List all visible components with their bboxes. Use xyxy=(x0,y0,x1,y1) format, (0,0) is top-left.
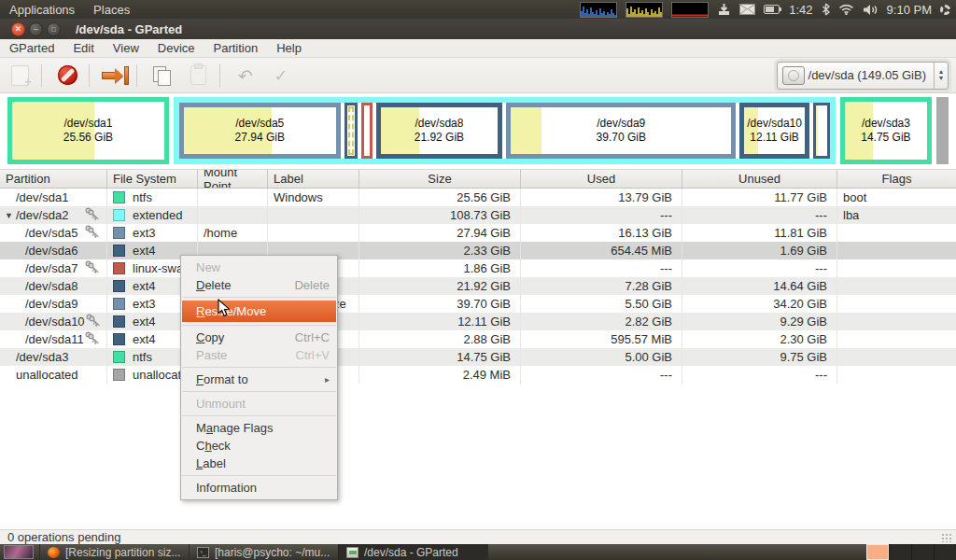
unused-cell: 2.30 GiB xyxy=(682,330,837,348)
spinner-arrows-icon[interactable]: ▴▾ xyxy=(934,63,948,89)
column-header-mount-point[interactable]: Mount Point xyxy=(198,170,268,188)
memory-graph[interactable] xyxy=(626,2,663,18)
menu-item-format-to[interactable]: Format to▸ xyxy=(181,371,337,388)
size-cell: 2.33 GiB xyxy=(359,242,521,259)
copy-button[interactable] xyxy=(147,62,178,90)
flags-cell xyxy=(837,277,956,295)
table-row-devsda6[interactable]: /dev/sda6ext42.33 GiB654.45 MiB1.69 GiB xyxy=(0,242,956,259)
column-header-used[interactable]: Used xyxy=(521,170,682,188)
bar-segment-/dev/sda6[interactable] xyxy=(344,103,358,159)
document-new-icon: + xyxy=(11,65,29,86)
gparted-icon xyxy=(346,547,358,558)
delete-partition-button[interactable] xyxy=(51,62,83,90)
bar-segment-/dev/sda11[interactable] xyxy=(813,103,830,159)
flags-cell xyxy=(837,224,956,242)
table-row-devsda10[interactable]: /dev/sda10ext412.11 GiB2.82 GiB9.29 GiB xyxy=(0,313,956,330)
resize-grip[interactable] xyxy=(941,533,952,542)
device-selector[interactable]: /dev/sda (149.05 GiB) ▴▾ xyxy=(777,62,949,90)
menu-item-label: Check xyxy=(196,439,231,453)
bar-segment-/dev/sda7[interactable] xyxy=(361,103,373,159)
menu-item-check[interactable]: Check xyxy=(181,437,337,455)
workspace-cell-3[interactable] xyxy=(911,544,934,560)
bar-segment-/dev/sda3[interactable]: /dev/sda314.75 GiB xyxy=(840,97,932,164)
filesystem-color-swatch xyxy=(113,298,125,310)
menubar-item-gparted[interactable]: GParted xyxy=(0,39,63,57)
show-desktop-thumbnail[interactable] xyxy=(4,545,34,559)
workspace-cell-1[interactable] xyxy=(866,544,889,560)
session-gear-icon[interactable] xyxy=(940,5,950,15)
column-header-unused[interactable]: Unused xyxy=(682,170,837,188)
disk-graph[interactable] xyxy=(671,2,709,18)
menu-item-paste: PasteCtrl+V xyxy=(181,346,337,364)
filesystem-name: ext4 xyxy=(133,279,156,293)
bar-segment-/dev/sda1[interactable]: /dev/sda125.56 GiB xyxy=(7,97,169,164)
taskbar-task[interactable]: ›_[haris@psycho: ~/mu... xyxy=(189,544,338,560)
clock[interactable]: 9:10 PM xyxy=(887,3,932,17)
column-header-partition[interactable]: Partition xyxy=(0,170,107,188)
menu-item-label[interactable]: Label xyxy=(181,455,337,472)
minimize-button[interactable]: – xyxy=(29,22,43,36)
menubar-item-view[interactable]: View xyxy=(104,39,148,57)
cpu-graph[interactable] xyxy=(580,2,617,18)
table-row-devsda1[interactable]: /dev/sda1ntfsWindows25.56 GiB13.79 GiB11… xyxy=(0,189,956,206)
menu-item-copy[interactable]: CopyCtrl+C xyxy=(181,329,337,346)
update-tray-icon[interactable] xyxy=(717,4,731,16)
menu-item-manage-flags[interactable]: Manage Flags xyxy=(181,419,337,437)
keys-locked-icon xyxy=(84,331,101,348)
bar-segment-/dev/sda10[interactable]: /dev/sda1012.11 GiB xyxy=(739,103,809,159)
menu-item-label: Information xyxy=(196,481,257,495)
partition-name: /dev/sda6 xyxy=(16,244,101,258)
mail-icon[interactable] xyxy=(739,4,755,15)
bar-segment-extended[interactable]: /dev/sda527.94 GiB/dev/sda821.92 GiB/dev… xyxy=(174,97,836,164)
menubar-item-device[interactable]: Device xyxy=(148,39,204,57)
expander-icon[interactable]: ▼ xyxy=(5,211,16,220)
table-row-devsda11[interactable]: /dev/sda11ext42.88 GiB595.57 MiB2.30 GiB xyxy=(0,330,956,348)
toolbar-separator xyxy=(219,64,220,87)
filesystem-cell: ext3 xyxy=(107,224,198,242)
titlebar[interactable]: ✕ – □ /dev/sda - GParted xyxy=(0,19,956,39)
table-row-devsda7[interactable]: /dev/sda7linux-swap1.86 GiB------ xyxy=(0,259,956,277)
wifi-icon[interactable] xyxy=(838,4,854,15)
bar-segment-unallocated[interactable] xyxy=(936,97,949,164)
column-header-size[interactable]: Size xyxy=(359,170,521,188)
menu-item-shortcut: Ctrl+V xyxy=(296,348,330,362)
menu-item-information[interactable]: Information xyxy=(181,479,337,497)
used-cell: 7.28 GiB xyxy=(521,277,682,295)
column-header-label[interactable]: Label xyxy=(268,170,359,188)
menubar-item-help[interactable]: Help xyxy=(267,39,311,57)
filesystem-name: ext4 xyxy=(133,315,156,329)
bluetooth-icon[interactable] xyxy=(822,3,830,16)
close-button[interactable]: ✕ xyxy=(11,22,25,36)
column-header-file-system[interactable]: File System xyxy=(107,170,198,188)
table-row-devsda2[interactable]: ▼/dev/sda2extended108.73 GiB------lba xyxy=(0,206,956,224)
maximize-button[interactable]: □ xyxy=(47,22,61,36)
filesystem-color-swatch xyxy=(113,191,125,203)
table-row-devsda5[interactable]: /dev/sda5ext3/home27.94 GiB16.13 GiB11.8… xyxy=(0,224,956,242)
places-menu[interactable]: Places xyxy=(84,0,139,19)
menubar-item-partition[interactable]: Partition xyxy=(204,39,268,57)
workspace-cell-4[interactable] xyxy=(934,544,956,560)
menu-item-resize-move[interactable]: Resize/Move xyxy=(182,301,336,322)
size-cell: 12.11 GiB xyxy=(359,313,521,330)
volume-icon[interactable] xyxy=(863,4,879,16)
menubar-item-edit[interactable]: Edit xyxy=(63,39,103,57)
filesystem-name: ext4 xyxy=(133,244,156,258)
table-row-devsda8[interactable]: /dev/sda8ext421.92 GiB7.28 GiB14.64 GiB xyxy=(0,277,956,295)
bar-segment-/dev/sda9[interactable]: /dev/sda939.70 GiB xyxy=(506,103,736,159)
unused-cell: --- xyxy=(682,259,837,277)
menu-item-delete[interactable]: DeleteDelete xyxy=(181,276,337,294)
battery-icon[interactable] xyxy=(764,5,780,14)
bar-segment-/dev/sda8[interactable]: /dev/sda821.92 GiB xyxy=(376,103,503,159)
table-row-devsda3[interactable]: /dev/sda3ntfs14.75 GiB5.00 GiB9.75 GiB xyxy=(0,348,956,366)
applications-menu[interactable]: Applications xyxy=(0,0,84,19)
taskbar-task[interactable]: /dev/sda - GParted xyxy=(338,544,487,560)
taskbar-task[interactable]: [Resizing partition siz... xyxy=(39,544,189,560)
workspace-cell-2[interactable] xyxy=(889,544,911,560)
resize-move-button[interactable] xyxy=(99,62,131,90)
bar-segment-/dev/sda5[interactable]: /dev/sda527.94 GiB xyxy=(179,103,341,159)
table-row-unallocated[interactable]: unallocatedunallocated2.49 MiB------ xyxy=(0,366,956,384)
table-row-devsda9[interactable]: /dev/sda9ext3ze39.70 GiB5.50 GiB34.20 Gi… xyxy=(0,295,956,313)
partition-context-menu: NewDeleteDeleteResize/MoveCopyCtrl+CPast… xyxy=(180,255,338,500)
column-header-flags[interactable]: Flags xyxy=(837,170,956,188)
table-header[interactable]: PartitionFile SystemMount PointLabelSize… xyxy=(0,169,956,189)
